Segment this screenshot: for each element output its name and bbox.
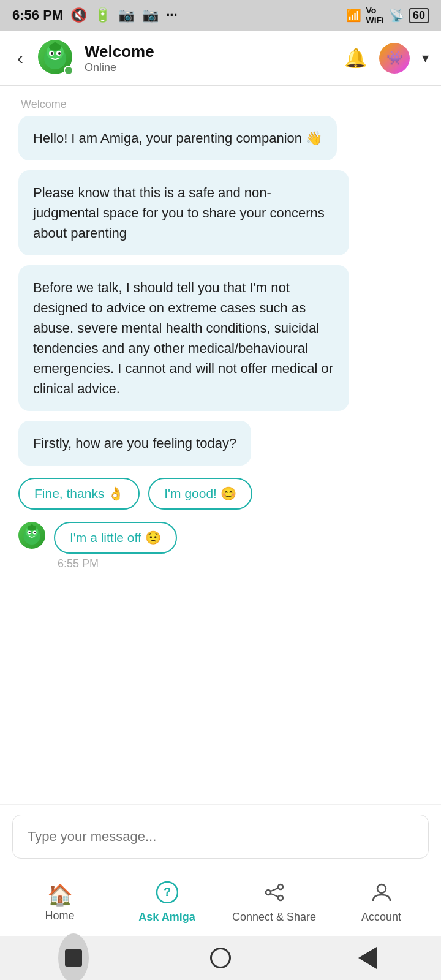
connect-share-icon [263, 881, 285, 908]
svg-point-18 [278, 884, 283, 889]
home-circle-icon [210, 948, 231, 968]
svg-point-15 [31, 524, 34, 527]
vowifi-icon: VoWiFi [366, 6, 384, 25]
svg-point-19 [266, 890, 271, 895]
android-nav-bar [0, 936, 441, 980]
svg-line-22 [271, 894, 278, 897]
chat-area: Welcome Hello! I am Amiga, your parentin… [0, 86, 441, 804]
header-actions: 🔔 👾 ▾ [344, 43, 429, 74]
svg-point-20 [278, 895, 283, 900]
back-button[interactable]: ‹ [12, 45, 28, 71]
wifi-icon: 📡 [389, 8, 404, 23]
bot-message-1: Hello! I am Amiga, your parenting compan… [18, 116, 337, 160]
android-recent-button[interactable] [58, 943, 89, 973]
nav-item-home[interactable]: 🏠 Home [6, 883, 113, 922]
online-status-dot [64, 66, 74, 75]
selected-reply-button[interactable]: I'm a little off 😟 [54, 522, 177, 554]
chevron-down-icon[interactable]: ▾ [422, 50, 429, 66]
message-input[interactable] [12, 815, 429, 859]
header-info: Welcome Online [85, 42, 334, 74]
notification-bell-icon[interactable]: 🔔 [344, 47, 367, 69]
back-triangle-icon [358, 947, 377, 969]
square-icon [65, 949, 82, 967]
bot-message-3: Before we talk, I should tell you that I… [18, 265, 349, 411]
selected-reply-row: I'm a little off 😟 6:55 PM [18, 522, 423, 570]
home-label: Home [45, 910, 74, 922]
svg-point-4 [51, 52, 53, 55]
svg-point-7 [53, 42, 57, 46]
bot-message-4: Firstly, how are you feeling today? [18, 421, 251, 466]
battery-icon: 60 [409, 8, 429, 23]
chat-spacer [18, 580, 423, 792]
quick-replies: Fine, thanks 👌 I'm good! 😊 [18, 478, 423, 510]
mute-icon: 🔇 [70, 7, 87, 23]
nav-item-account[interactable]: Account [328, 881, 435, 924]
svg-point-5 [58, 52, 61, 55]
connect-share-label: Connect & Share [232, 911, 316, 924]
bot-online-status: Online [85, 61, 334, 74]
svg-point-12 [29, 532, 31, 533]
account-icon [371, 881, 393, 908]
message-input-container [0, 804, 441, 869]
more-icon: ··· [166, 7, 177, 23]
quick-reply-fine[interactable]: Fine, thanks 👌 [18, 478, 140, 510]
selected-reply-content: I'm a little off 😟 6:55 PM [54, 522, 177, 570]
svg-text:?: ? [163, 885, 170, 899]
android-back-button[interactable] [352, 943, 383, 973]
account-label: Account [361, 911, 401, 924]
bottom-nav: 🏠 Home ? Ask Amiga Connect & Share [0, 869, 441, 936]
reply-timestamp: 6:55 PM [54, 557, 177, 570]
android-home-button[interactable] [205, 943, 236, 973]
ask-amiga-icon: ? [156, 881, 178, 908]
bot-mini-face-svg [21, 524, 43, 546]
status-time: 6:56 PM [12, 7, 63, 23]
app-header: ‹ Welcome Online 🔔 👾 ▾ [0, 31, 441, 86]
user-avatar[interactable]: 👾 [379, 43, 410, 74]
status-bar-left: 6:56 PM 🔇 🔋 📷 📷 ··· [12, 7, 178, 23]
recent-apps-icon [58, 933, 89, 980]
status-bar-right: 📶 VoWiFi 📡 60 [346, 6, 429, 25]
ask-amiga-label: Ask Amiga [138, 911, 195, 924]
svg-point-13 [34, 532, 36, 533]
sender-label: Welcome [18, 98, 423, 111]
instagram-icon: 📷 [118, 7, 135, 23]
status-bar: 6:56 PM 🔇 🔋 📷 📷 ··· 📶 VoWiFi 📡 60 [0, 0, 441, 31]
bot-message-2: Please know that this is a safe and non-… [18, 170, 349, 255]
quick-reply-good[interactable]: I'm good! 😊 [148, 478, 252, 510]
bot-avatar [38, 40, 75, 77]
camera-icon: 📷 [142, 7, 159, 23]
svg-point-23 [377, 884, 386, 893]
signal-icon: 📶 [346, 8, 361, 23]
home-icon: 🏠 [47, 883, 73, 907]
svg-line-21 [271, 888, 278, 891]
battery-saver-icon: 🔋 [94, 7, 111, 23]
nav-item-ask-amiga[interactable]: ? Ask Amiga [113, 881, 221, 924]
bot-mini-avatar [18, 522, 45, 549]
nav-item-connect-share[interactable]: Connect & Share [221, 881, 328, 924]
bot-name: Welcome [85, 42, 334, 61]
